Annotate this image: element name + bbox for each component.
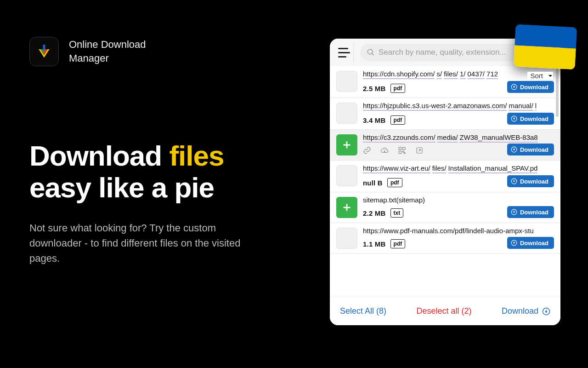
url-segment: https://c3.zzounds.com/ (363, 133, 435, 143)
svg-rect-10 (404, 153, 405, 154)
chevron-down-icon (548, 73, 553, 79)
search-icon (367, 48, 375, 57)
url-segment: 1/ (460, 70, 466, 79)
download-list[interactable]: Sort https://cdn.shopify.com/s/files/1/0… (330, 66, 560, 297)
file-url[interactable]: https://hjzpublic.s3.us-west-2.amazonaws… (363, 102, 554, 111)
download-button-label: Download (520, 178, 548, 185)
url-segment: manual/ (509, 102, 533, 111)
download-icon (542, 307, 550, 316)
link-icon[interactable] (363, 146, 371, 155)
sort-dropdown[interactable]: Sort (527, 72, 553, 80)
file-type-badge: pdf (390, 115, 406, 125)
file-thumbnail (336, 228, 357, 249)
sort-label: Sort (530, 72, 543, 80)
url-segment: https://hjzpublic.s3.us-west-2.amazonaws… (363, 102, 507, 111)
url-segment: files/ (432, 164, 447, 173)
file-type-badge: pdf (390, 84, 406, 93)
svg-rect-9 (403, 151, 404, 152)
select-all-button[interactable]: Select All (8) (340, 306, 386, 316)
brand-line1: Online Download (69, 38, 146, 52)
brand-line2: Manager (69, 52, 146, 65)
cloud-download-icon[interactable] (380, 146, 389, 155)
file-size: 2.2 MB (363, 209, 386, 217)
url-segment: https://www.viz-art.eu/ (363, 164, 430, 173)
file-url[interactable]: sitemap.txt(sitemap) (363, 196, 554, 204)
headline: Download files easy like a pie (29, 140, 287, 204)
download-icon (511, 209, 517, 215)
svg-rect-6 (399, 147, 401, 150)
file-url[interactable]: https://www.viz-art.eu/files/Installatio… (363, 164, 554, 173)
list-item[interactable]: sitemap.txt(sitemap) 2.2 MB txt Download (330, 192, 560, 223)
svg-rect-7 (403, 147, 405, 150)
download-button[interactable]: Download (507, 113, 554, 125)
download-button[interactable]: Download (507, 206, 554, 218)
file-size: 3.4 MB (363, 116, 386, 124)
download-button-label: Download (520, 115, 548, 122)
file-type-badge: txt (390, 208, 404, 218)
url-segment: s/ (436, 70, 442, 79)
ukraine-flag (514, 24, 577, 70)
panel-footer: Select All (8) Deselect all (2) Download (330, 297, 560, 325)
list-item[interactable]: https://www.pdf-manuals.com/pdf/lindell-… (330, 223, 560, 254)
qr-icon[interactable] (398, 146, 406, 155)
url-segment: l (535, 102, 537, 111)
file-thumbnail (336, 103, 357, 124)
download-button[interactable]: Download (507, 81, 554, 93)
download-all-button[interactable]: Download (502, 306, 550, 316)
file-type-badge: pdf (390, 239, 406, 248)
url-segment: media/ (437, 133, 458, 143)
list-item[interactable]: https://www.viz-art.eu/files/Installatio… (330, 161, 560, 192)
file-size: 1.1 MB (363, 240, 386, 248)
download-button-label: Download (520, 240, 548, 247)
svg-rect-3 (43, 45, 45, 50)
download-button-label: Download (520, 84, 548, 91)
list-item[interactable]: https://c3.zzounds.com/media/ZW38_manual… (330, 130, 560, 161)
file-url[interactable]: https://c3.zzounds.com/media/ZW38_manual… (363, 133, 554, 143)
list-item[interactable]: https://cdn.shopify.com/s/files/1/0437/7… (330, 66, 560, 98)
file-size: null B (363, 179, 383, 187)
file-size: 2.5 MB (363, 85, 386, 92)
brand: Online Download Manager (29, 37, 287, 66)
download-button[interactable]: Download (507, 175, 554, 187)
url-segment: 0437/ (468, 70, 485, 79)
url-segment: files/ (444, 70, 458, 79)
list-item[interactable]: https://hjzpublic.s3.us-west-2.amazonaws… (330, 98, 560, 130)
download-button[interactable]: Download (507, 237, 554, 249)
url-segment: 712 (486, 70, 498, 79)
download-icon (511, 115, 517, 122)
download-icon (511, 146, 517, 153)
brand-name: Online Download Manager (69, 38, 146, 65)
download-all-label: Download (502, 306, 538, 316)
download-icon (511, 240, 517, 246)
deselect-all-button[interactable]: Deselect all (2) (416, 306, 471, 316)
url-segment: ZW38_manualWEB-83a8 (460, 133, 538, 143)
open-icon[interactable] (415, 146, 424, 155)
headline-accent: files (169, 140, 224, 172)
download-button-label: Download (520, 209, 548, 216)
add-icon[interactable] (336, 197, 357, 218)
url-segment: Installation_manual_SPAV.pd (448, 164, 538, 173)
download-button-label: Download (520, 146, 548, 153)
download-icon (511, 84, 517, 90)
url-segment: https://cdn.shopify.com/ (363, 70, 435, 79)
headline-pre: Download (29, 140, 169, 172)
file-url[interactable]: https://cdn.shopify.com/s/files/1/0437/7… (363, 70, 554, 79)
file-url[interactable]: https://www.pdf-manuals.com/pdf/lindell-… (363, 227, 554, 235)
subhead: Not sure what looking for? Try the custo… (29, 220, 268, 266)
headline-post: easy like a pie (29, 172, 214, 203)
svg-rect-8 (399, 151, 401, 154)
file-type-badge: pdf (387, 178, 402, 187)
file-thumbnail (336, 165, 357, 186)
add-icon[interactable] (336, 134, 357, 155)
menu-button[interactable] (334, 43, 354, 62)
download-button[interactable]: Download (507, 144, 554, 155)
app-logo (29, 37, 59, 66)
file-thumbnail (336, 71, 357, 92)
download-icon (511, 178, 517, 184)
download-panel: Sort https://cdn.shopify.com/s/files/1/0… (330, 39, 560, 325)
